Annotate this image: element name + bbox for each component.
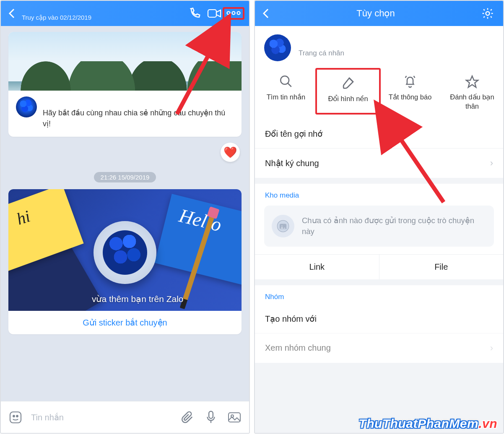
welcome-card[interactable]: Hãy bắt đầu cùng nhau chia sẻ những câu … [8,32,242,137]
view-common-groups-label: Xem nhóm chung [265,343,331,353]
media-section-label: Kho media [255,184,503,203]
svg-rect-5 [10,412,21,423]
bell-icon [381,72,439,91]
action-mute-label: Tắt thông báo [381,92,439,102]
back-button[interactable] [5,4,19,23]
shared-diary-item[interactable]: Nhật ký chung › [255,148,503,178]
options-header: Tùy chọn [255,1,503,26]
shared-diary-label: Nhật ký chung [265,158,319,168]
svg-rect-8 [209,411,213,418]
chat-header: Truy cập vào 02/12/2019 [1,1,249,26]
friend-added-cover: Hello hi vừa thêm bạn trên Zalo [8,189,242,311]
reaction-row: ❤️ [8,143,240,162]
view-common-groups-item[interactable]: Xem nhóm chung › [255,333,503,363]
svg-marker-1 [216,10,221,17]
friend-added-card[interactable]: Hello hi vừa thêm bạn trên Zalo Gửi stic… [8,189,242,334]
svg-marker-15 [466,76,478,87]
profile-section: Trang cá nhân Tìm tin nhắn Đổi hình nền [255,26,503,178]
action-search-messages[interactable]: Tìm tin nhắn [255,70,317,113]
brush-icon [319,74,377,92]
contact-name-redacted [299,38,344,47]
action-background-label: Đổi hình nền [319,94,377,103]
welcome-card-cover [8,32,242,91]
create-group-label: Tạo nhóm với [265,314,344,324]
attach-button[interactable] [177,407,198,428]
hello-text: Hello [155,194,242,285]
action-best-friend[interactable]: Đánh dấu bạn thân [441,70,503,113]
voice-button[interactable] [200,407,221,428]
create-group-item[interactable]: Tạo nhóm với [255,305,503,333]
svg-point-7 [16,415,18,417]
last-seen-label: Truy cập vào 02/12/2019 [22,14,91,21]
media-empty-state: Chưa có ảnh nào được gửi trong cuộc trò … [264,206,494,247]
svg-point-13 [281,76,289,84]
media-section: Kho media Chưa có ảnh nào được gửi trong… [255,184,503,279]
tab-file[interactable]: File [379,255,504,279]
star-icon [443,72,501,91]
media-tabs: Link File [255,254,503,279]
chat-body: Hãy bắt đầu cùng nhau chia sẻ những câu … [1,26,249,401]
settings-button[interactable] [478,4,497,23]
options-title: Tùy chọn [273,8,478,19]
more-options-button[interactable] [224,4,243,23]
sticker-button[interactable] [5,407,26,428]
svg-rect-0 [208,10,216,17]
svg-point-2 [227,12,230,15]
profile-row[interactable]: Trang cá nhân [255,26,503,68]
search-icon [257,72,315,91]
send-sticker-button[interactable]: Gửi sticker bắt chuyện [8,311,242,334]
action-change-background[interactable]: Đổi hình nền [315,68,381,115]
group-section: Nhóm Tạo nhóm với Xem nhóm chung › [255,285,503,363]
video-call-button[interactable] [205,4,224,23]
group-section-label: Nhóm [255,285,503,305]
contact-avatar [264,34,291,61]
rename-item[interactable]: Đổi tên gợi nhớ [255,120,503,148]
image-button[interactable] [224,407,245,428]
more-options-highlight [223,7,244,20]
photo-icon [272,215,294,237]
watermark: ThuThuatPhanMem.vn [359,417,497,431]
action-bestfriend-label: Đánh dấu bạn thân [443,92,501,111]
action-mute[interactable]: Tắt thông báo [379,70,441,113]
svg-point-12 [486,12,490,16]
timestamp-pill: 21:26 15/09/2019 [94,172,156,182]
options-body: Trang cá nhân Tìm tin nhắn Đổi hình nền [255,26,503,433]
contact-name-redacted [66,294,89,304]
options-screen: Tùy chọn Trang cá nhân Tìm tin nhắn [254,0,504,434]
composer-bar: Tin nhắn [1,401,249,433]
chat-screen: Truy cập vào 02/12/2019 Hãy bắt đầu [0,0,250,434]
tab-link[interactable]: Link [255,255,379,279]
action-grid: Tìm tin nhắn Đổi hình nền Tắt thông báo [255,68,503,120]
voice-call-button[interactable] [185,4,205,23]
friend-added-caption: vừa thêm bạn trên Zalo [8,294,242,304]
back-button[interactable] [259,4,273,23]
profile-link-label: Trang cá nhân [299,49,344,57]
contact-avatar [16,96,37,117]
svg-line-14 [288,83,291,87]
rename-label: Đổi tên gợi nhớ [265,129,322,139]
action-search-label: Tìm tin nhắn [257,92,315,102]
contact-name-redacted [43,98,64,106]
svg-point-4 [237,12,240,15]
svg-rect-9 [229,413,240,422]
media-empty-text: Chưa có ảnh nào được gửi trong cuộc trò … [302,215,486,237]
chat-header-info[interactable]: Truy cập vào 02/12/2019 [19,5,185,21]
heart-icon: ❤️ [223,146,237,159]
contact-name [22,5,24,13]
reaction-button[interactable]: ❤️ [221,143,240,162]
chevron-right-icon: › [490,343,493,354]
chevron-right-icon: › [490,158,493,169]
message-input[interactable]: Tin nhắn [29,412,174,422]
svg-point-6 [13,415,15,417]
svg-point-3 [232,12,235,15]
welcome-card-text: Hãy bắt đầu cùng nhau chia sẻ những câu … [43,96,234,129]
contact-name-redacted [319,314,344,323]
